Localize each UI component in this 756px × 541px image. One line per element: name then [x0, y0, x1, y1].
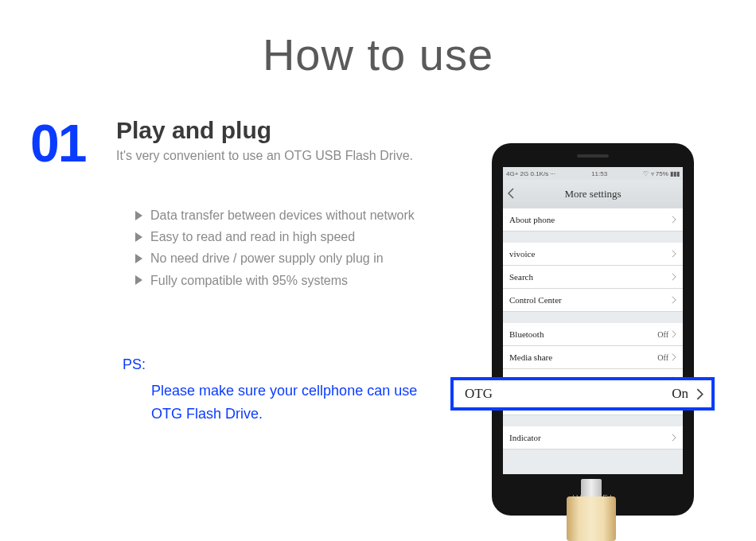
settings-row[interactable]: Control Center [503, 289, 683, 312]
feature-text: Fully compatible with 95% systems [150, 270, 348, 291]
phone-mockup: 4G+ 2G 0.1K/s ··· 11:53 ♡ ▿ 75% ▮▮▮ More… [492, 143, 694, 516]
step-heading: Play and plug [116, 117, 413, 144]
settings-row-label: Search [509, 272, 672, 282]
settings-row-label: Indicator [509, 433, 672, 442]
ps-text: Please make sure your cellphone can use … [151, 379, 438, 426]
nav-title: More settings [564, 188, 621, 200]
settings-row[interactable]: Indicator [503, 426, 683, 450]
feature-item: Data transfer between devices without ne… [135, 204, 452, 226]
settings-gap [503, 312, 683, 323]
chevron-right-icon [672, 250, 676, 258]
settings-list: About phonevivoiceSearchControl CenterBl… [503, 208, 683, 450]
settings-row[interactable]: BluetoothOff [503, 323, 683, 346]
feature-item: Easy to read and read in high speed [135, 226, 452, 247]
status-time: 11:53 [591, 170, 607, 177]
status-bar: 4G+ 2G 0.1K/s ··· 11:53 ♡ ▿ 75% ▮▮▮ [503, 167, 683, 180]
settings-gap [503, 415, 683, 426]
chevron-right-icon [696, 388, 703, 400]
chevron-right-icon [672, 216, 676, 224]
feature-text: No need drive / power supply only plug i… [150, 247, 384, 269]
settings-row[interactable]: vivoice [503, 243, 683, 266]
chevron-right-icon [672, 273, 676, 281]
settings-row-label: Media share [509, 352, 657, 362]
settings-row-label: vivoice [509, 249, 672, 259]
ps-note: PS: Please make sure your cellphone can … [123, 356, 452, 426]
page-title: How to use [0, 0, 756, 80]
settings-row[interactable]: About phone [503, 208, 683, 232]
step-number: 01 [30, 117, 116, 169]
otg-highlight-row: OTG On [450, 377, 715, 411]
usb-flash-drive [567, 479, 616, 541]
settings-row[interactable]: Search [503, 266, 683, 289]
settings-row-value: Off [657, 353, 668, 362]
settings-row-label: Control Center [509, 295, 672, 305]
chevron-right-icon [672, 330, 676, 338]
overlay-label: OTG [465, 386, 672, 402]
ps-label: PS: [123, 356, 452, 373]
left-column: 01 Play and plug It's very convenient to… [30, 117, 452, 425]
feature-item: No need drive / power supply only plug i… [135, 247, 452, 269]
triangle-bullet-icon [135, 211, 142, 220]
back-icon[interactable] [508, 188, 514, 199]
chevron-right-icon [672, 353, 676, 361]
nav-bar: More settings [503, 180, 683, 208]
phone-speaker [577, 154, 609, 158]
status-left: 4G+ 2G 0.1K/s ··· [506, 170, 555, 177]
step-header: 01 Play and plug It's very convenient to… [30, 117, 452, 169]
settings-row-value: Off [657, 330, 668, 339]
settings-row[interactable]: Media shareOff [503, 346, 683, 369]
feature-text: Easy to read and read in high speed [150, 226, 355, 247]
chevron-right-icon [672, 434, 676, 442]
feature-text: Data transfer between devices without ne… [150, 204, 415, 226]
triangle-bullet-icon [135, 232, 142, 242]
triangle-bullet-icon [135, 275, 142, 285]
status-right: ♡ ▿ 75% ▮▮▮ [643, 170, 680, 177]
settings-row-label: About phone [509, 215, 672, 224]
step-subtext: It's very convenient to use an OTG USB F… [116, 149, 413, 163]
chevron-right-icon [672, 296, 676, 304]
settings-row-label: Bluetooth [509, 329, 657, 339]
settings-gap [503, 232, 683, 243]
overlay-value: On [672, 386, 688, 402]
phone-screen: 4G+ 2G 0.1K/s ··· 11:53 ♡ ▿ 75% ▮▮▮ More… [503, 167, 683, 474]
feature-list: Data transfer between devices without ne… [135, 204, 452, 291]
feature-item: Fully compatible with 95% systems [135, 270, 452, 291]
triangle-bullet-icon [135, 254, 142, 263]
